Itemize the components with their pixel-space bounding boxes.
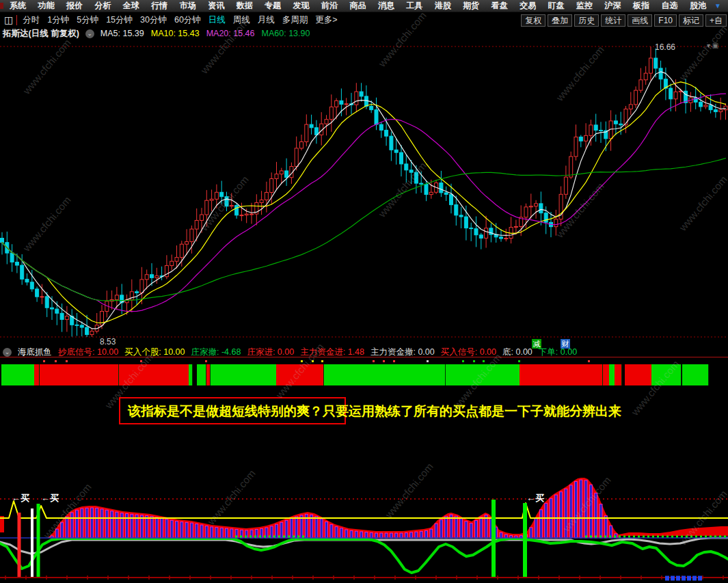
band-tick — [393, 360, 395, 362]
histogram-bar — [295, 517, 298, 538]
menu-item[interactable]: 报价 — [66, 0, 83, 12]
band-tick — [140, 360, 142, 362]
menu-item[interactable]: 交易 — [520, 0, 536, 12]
band-tick — [427, 360, 429, 362]
menu-item[interactable]: 工具 — [406, 0, 422, 12]
main-candlestick-chart[interactable]: 16.668.53▾ ▣ — [0, 40, 728, 346]
candle-body — [65, 316, 68, 320]
menu-item[interactable]: 商品 — [349, 0, 366, 12]
split-pane-icon[interactable]: ◫ — [4, 14, 13, 25]
toolbar-button[interactable]: 画线 — [628, 14, 652, 27]
buy-marker: ←买 — [41, 493, 59, 503]
histogram-bar — [215, 528, 218, 538]
menu-item[interactable]: 专题 — [265, 0, 281, 12]
menu-item[interactable]: 沪深 — [605, 0, 621, 12]
menu-item[interactable]: 功能 — [38, 0, 54, 12]
chevron-down-icon[interactable]: ⌄ — [3, 348, 12, 357]
period-tab[interactable]: 周线 — [233, 14, 250, 26]
period-tab[interactable]: 日线 — [208, 14, 226, 26]
chevron-down-icon[interactable]: ⌄ — [85, 29, 94, 38]
band-segment — [324, 364, 446, 385]
menu-item[interactable]: 发现 — [293, 0, 310, 12]
toolbar-button[interactable]: 标记 — [679, 14, 703, 27]
candle-body — [659, 68, 662, 79]
signal-band[interactable] — [0, 364, 728, 385]
period-tab[interactable]: 15分钟 — [106, 14, 133, 26]
candle-body — [619, 124, 623, 125]
window-corner-chip — [0, 3, 3, 9]
candle-body — [629, 105, 632, 109]
menu-item[interactable]: 板指 — [633, 0, 649, 12]
candle-body — [514, 226, 517, 227]
menu-item[interactable]: 股池 — [690, 0, 706, 12]
period-tab[interactable]: 更多> — [315, 14, 337, 26]
menu-item[interactable]: 市场 — [180, 0, 196, 12]
candle-body — [464, 217, 468, 228]
band-segment — [651, 364, 682, 385]
histogram-bar — [100, 509, 103, 538]
menu-item[interactable]: 分析 — [94, 0, 111, 12]
candle-body — [270, 178, 273, 192]
status-badge: 减 — [532, 339, 541, 349]
histogram-bar — [76, 510, 79, 538]
period-tab[interactable]: 1分钟 — [47, 14, 69, 26]
candle-body — [205, 200, 208, 215]
menu-item[interactable]: 监控 — [576, 0, 593, 12]
ma-legend-item: MA20: 15.46 — [206, 29, 255, 38]
menu-item[interactable]: 资讯 — [208, 0, 224, 12]
histogram-bar — [470, 524, 472, 538]
histogram-bar — [460, 519, 463, 538]
menu-item[interactable]: 港股 — [435, 0, 451, 12]
menu-item[interactable]: 数据 — [237, 0, 253, 12]
period-tab[interactable]: 5分钟 — [77, 14, 98, 26]
period-tab[interactable]: 分时 — [23, 14, 40, 26]
stock-title[interactable]: 拓斯达(日线 前复权) — [3, 28, 79, 40]
menu-item[interactable]: 行情 — [151, 0, 167, 12]
candle-body — [714, 110, 717, 112]
candle-body — [215, 192, 218, 199]
histogram-bar — [161, 518, 163, 538]
histogram-bar — [61, 522, 64, 538]
histogram-bar — [196, 524, 198, 538]
menu-item[interactable]: 消息 — [378, 0, 394, 12]
menu-item[interactable]: 全球 — [123, 0, 139, 12]
histogram-bar — [185, 522, 188, 538]
candle-body — [185, 242, 189, 245]
candle-body — [275, 174, 278, 179]
band-segment — [1, 364, 35, 385]
toolbar-button[interactable]: 复权 — [521, 14, 545, 27]
candle-body — [210, 199, 213, 200]
histogram-bar — [539, 510, 542, 538]
period-tab[interactable]: 30分钟 — [140, 14, 167, 26]
toolbar-button[interactable]: +自 — [705, 14, 727, 27]
histogram-bar — [584, 480, 587, 538]
band-segment — [446, 364, 520, 385]
period-tabs: 分时1分钟5分钟15分钟30分钟60分钟日线周线月线多周期更多> — [23, 14, 345, 26]
menu-item[interactable]: 看盘 — [491, 0, 508, 12]
menu-item[interactable]: 期货 — [463, 0, 479, 12]
candle-body — [45, 297, 49, 308]
menu-item[interactable]: 盯盘 — [548, 0, 565, 12]
ma-line-20 — [2, 94, 726, 311]
histogram-bar — [226, 528, 228, 538]
candle-body — [190, 229, 193, 241]
menu-item[interactable]: 系统 — [10, 0, 26, 12]
histogram-bar — [280, 522, 283, 538]
candle-body — [594, 125, 597, 131]
period-tab[interactable]: 月线 — [258, 14, 275, 26]
toolbar-button[interactable]: 历史 — [574, 14, 599, 27]
menu-item[interactable]: 自选 — [661, 0, 677, 12]
toolbar-button[interactable]: 统计 — [601, 14, 625, 27]
toolbar-button[interactable]: F10 — [654, 14, 677, 27]
sub-indicator-chart[interactable]: ←买←买←买 — [0, 421, 728, 583]
histogram-bar — [560, 492, 563, 538]
band-tick — [55, 360, 57, 362]
band-tick — [473, 360, 475, 362]
menu-overflow-icon[interactable]: ▼ — [714, 2, 721, 10]
period-tab[interactable]: 多周期 — [282, 14, 308, 26]
histogram-bar — [395, 533, 398, 538]
toolbar-button[interactable]: 叠加 — [548, 14, 572, 27]
menu-item[interactable]: 前沿 — [321, 0, 338, 12]
period-tab[interactable]: 60分钟 — [174, 14, 201, 26]
candle-body — [300, 141, 304, 148]
